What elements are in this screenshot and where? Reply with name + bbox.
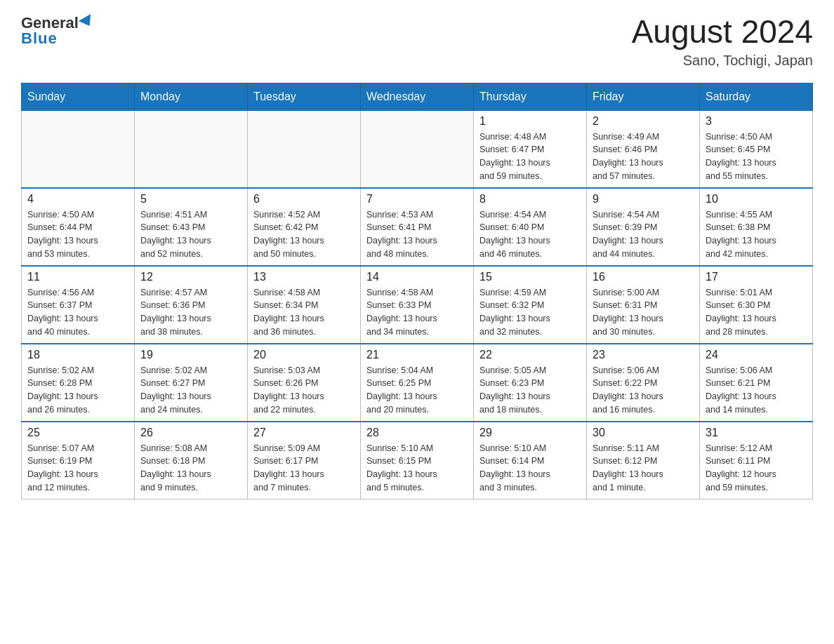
calendar-cell: 31Sunrise: 5:12 AMSunset: 6:11 PMDayligh… [700,422,813,499]
weekday-header-friday: Friday [587,83,700,110]
calendar-cell [135,110,248,188]
calendar-cell: 23Sunrise: 5:06 AMSunset: 6:22 PMDayligh… [587,344,700,422]
calendar-cell: 22Sunrise: 5:05 AMSunset: 6:23 PMDayligh… [474,344,587,422]
day-number: 6 [253,193,355,206]
calendar-cell: 6Sunrise: 4:52 AMSunset: 6:42 PMDaylight… [248,188,361,266]
day-number: 4 [27,193,128,206]
calendar-cell: 2Sunrise: 4:49 AMSunset: 6:46 PMDaylight… [587,110,700,188]
calendar-cell: 10Sunrise: 4:55 AMSunset: 6:38 PMDayligh… [700,188,813,266]
day-number: 20 [253,349,355,361]
day-info: Sunrise: 4:59 AMSunset: 6:32 PMDaylight:… [479,286,581,339]
day-info: Sunrise: 4:57 AMSunset: 6:36 PMDaylight:… [140,286,241,339]
day-info: Sunrise: 4:53 AMSunset: 6:41 PMDaylight:… [366,208,468,261]
day-number: 22 [479,349,581,361]
day-number: 7 [366,193,468,206]
calendar-week-row: 25Sunrise: 5:07 AMSunset: 6:19 PMDayligh… [22,422,813,499]
calendar-cell: 1Sunrise: 4:48 AMSunset: 6:47 PMDaylight… [474,110,587,188]
calendar-week-row: 11Sunrise: 4:56 AMSunset: 6:37 PMDayligh… [22,266,813,344]
calendar-cell: 16Sunrise: 5:00 AMSunset: 6:31 PMDayligh… [587,266,700,344]
day-info: Sunrise: 4:58 AMSunset: 6:33 PMDaylight:… [366,286,468,339]
weekday-header-tuesday: Tuesday [248,83,361,110]
day-info: Sunrise: 4:55 AMSunset: 6:38 PMDaylight:… [706,208,807,261]
calendar-week-row: 18Sunrise: 5:02 AMSunset: 6:28 PMDayligh… [22,344,813,422]
day-number: 8 [479,193,581,206]
day-info: Sunrise: 4:50 AMSunset: 6:44 PMDaylight:… [27,208,128,261]
weekday-header-wednesday: Wednesday [361,83,474,110]
day-info: Sunrise: 5:11 AMSunset: 6:12 PMDaylight:… [593,442,694,495]
day-number: 5 [140,193,241,206]
calendar-cell: 19Sunrise: 5:02 AMSunset: 6:27 PMDayligh… [135,344,248,422]
calendar-cell: 11Sunrise: 4:56 AMSunset: 6:37 PMDayligh… [22,266,135,344]
calendar-cell: 9Sunrise: 4:54 AMSunset: 6:39 PMDaylight… [587,188,700,266]
day-number: 14 [366,271,468,283]
calendar-cell: 18Sunrise: 5:02 AMSunset: 6:28 PMDayligh… [22,344,135,422]
calendar-cell: 29Sunrise: 5:10 AMSunset: 6:14 PMDayligh… [474,422,587,499]
day-info: Sunrise: 5:05 AMSunset: 6:23 PMDaylight:… [479,364,581,417]
calendar-cell: 4Sunrise: 4:50 AMSunset: 6:44 PMDaylight… [22,188,135,266]
day-number: 31 [706,427,807,439]
calendar-table: SundayMondayTuesdayWednesdayThursdayFrid… [21,83,813,499]
day-number: 29 [479,427,581,439]
calendar-cell: 14Sunrise: 4:58 AMSunset: 6:33 PMDayligh… [361,266,474,344]
day-info: Sunrise: 4:50 AMSunset: 6:45 PMDaylight:… [706,130,807,183]
day-info: Sunrise: 4:56 AMSunset: 6:37 PMDaylight:… [27,286,128,339]
calendar-cell: 26Sunrise: 5:08 AMSunset: 6:18 PMDayligh… [135,422,248,499]
day-info: Sunrise: 5:06 AMSunset: 6:22 PMDaylight:… [593,364,694,417]
page-header: General Blue August 2024 Sano, Tochigi, … [21,14,813,69]
day-number: 3 [706,115,807,128]
day-info: Sunrise: 5:12 AMSunset: 6:11 PMDaylight:… [706,442,807,495]
weekday-header-monday: Monday [135,83,248,110]
calendar-cell: 15Sunrise: 4:59 AMSunset: 6:32 PMDayligh… [474,266,587,344]
calendar-cell: 30Sunrise: 5:11 AMSunset: 6:12 PMDayligh… [587,422,700,499]
day-number: 28 [366,427,468,439]
calendar-cell: 21Sunrise: 5:04 AMSunset: 6:25 PMDayligh… [361,344,474,422]
day-info: Sunrise: 5:07 AMSunset: 6:19 PMDaylight:… [27,442,128,495]
day-info: Sunrise: 4:48 AMSunset: 6:47 PMDaylight:… [479,130,581,183]
day-number: 27 [253,427,355,439]
logo-blue-text: Blue [21,29,58,48]
day-info: Sunrise: 4:52 AMSunset: 6:42 PMDaylight:… [253,208,355,261]
calendar-cell: 20Sunrise: 5:03 AMSunset: 6:26 PMDayligh… [248,344,361,422]
weekday-header-thursday: Thursday [474,83,587,110]
day-info: Sunrise: 5:02 AMSunset: 6:27 PMDaylight:… [140,364,241,417]
day-number: 19 [140,349,241,361]
calendar-cell: 7Sunrise: 4:53 AMSunset: 6:41 PMDaylight… [361,188,474,266]
day-number: 11 [27,271,128,283]
day-number: 24 [706,349,807,361]
calendar-cell: 12Sunrise: 4:57 AMSunset: 6:36 PMDayligh… [135,266,248,344]
day-number: 17 [706,271,807,283]
day-number: 16 [593,271,694,283]
calendar-cell [22,110,135,188]
day-number: 1 [479,115,581,128]
day-number: 9 [593,193,694,206]
calendar-cell: 5Sunrise: 4:51 AMSunset: 6:43 PMDaylight… [135,188,248,266]
day-number: 23 [593,349,694,361]
weekday-header-saturday: Saturday [700,83,813,110]
title-block: August 2024 Sano, Tochigi, Japan [632,14,813,69]
day-info: Sunrise: 5:06 AMSunset: 6:21 PMDaylight:… [706,364,807,417]
day-number: 15 [479,271,581,283]
day-info: Sunrise: 5:09 AMSunset: 6:17 PMDaylight:… [253,442,355,495]
calendar-cell: 17Sunrise: 5:01 AMSunset: 6:30 PMDayligh… [700,266,813,344]
weekday-header-sunday: Sunday [22,83,135,110]
day-number: 18 [27,349,128,361]
day-number: 21 [366,349,468,361]
day-number: 26 [140,427,241,439]
logo-triangle-icon [79,14,95,29]
calendar-cell: 28Sunrise: 5:10 AMSunset: 6:15 PMDayligh… [361,422,474,499]
day-info: Sunrise: 5:03 AMSunset: 6:26 PMDaylight:… [253,364,355,417]
calendar-cell: 27Sunrise: 5:09 AMSunset: 6:17 PMDayligh… [248,422,361,499]
day-info: Sunrise: 5:08 AMSunset: 6:18 PMDaylight:… [140,442,241,495]
day-info: Sunrise: 5:00 AMSunset: 6:31 PMDaylight:… [593,286,694,339]
calendar-week-row: 1Sunrise: 4:48 AMSunset: 6:47 PMDaylight… [22,110,813,188]
calendar-week-row: 4Sunrise: 4:50 AMSunset: 6:44 PMDaylight… [22,188,813,266]
day-info: Sunrise: 4:58 AMSunset: 6:34 PMDaylight:… [253,286,355,339]
logo: General Blue [21,14,94,48]
day-info: Sunrise: 5:10 AMSunset: 6:14 PMDaylight:… [479,442,581,495]
month-year-title: August 2024 [632,14,813,50]
day-info: Sunrise: 5:02 AMSunset: 6:28 PMDaylight:… [27,364,128,417]
calendar-cell: 13Sunrise: 4:58 AMSunset: 6:34 PMDayligh… [248,266,361,344]
day-info: Sunrise: 5:01 AMSunset: 6:30 PMDaylight:… [706,286,807,339]
calendar-cell [361,110,474,188]
day-info: Sunrise: 4:49 AMSunset: 6:46 PMDaylight:… [593,130,694,183]
